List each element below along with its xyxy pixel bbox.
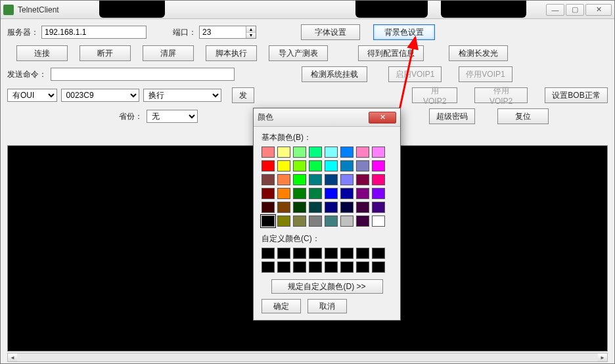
check-mount-button[interactable]: 检测系统挂载 — [302, 66, 367, 82]
send-button[interactable]: 发 — [232, 87, 254, 103]
color-swatch[interactable] — [293, 147, 306, 158]
horizontal-scrollbar[interactable]: ◄ ► — [7, 353, 608, 362]
custom-swatch[interactable] — [293, 262, 306, 273]
color-swatch[interactable] — [372, 216, 385, 227]
color-swatch[interactable] — [262, 174, 275, 185]
color-swatch[interactable] — [277, 174, 290, 185]
font-settings-button[interactable]: 字体设置 — [301, 24, 360, 40]
custom-swatch[interactable] — [277, 262, 290, 273]
color-swatch[interactable] — [340, 160, 353, 171]
super-password-button[interactable]: 超级密码 — [429, 108, 475, 124]
disable-voip2-button[interactable]: 停用VOIP2 — [474, 87, 528, 103]
color-swatch[interactable] — [293, 216, 306, 227]
color-swatch[interactable] — [372, 160, 385, 171]
connect-button[interactable]: 连接 — [16, 45, 68, 61]
custom-swatch[interactable] — [340, 262, 353, 273]
server-input[interactable] — [41, 26, 147, 39]
custom-swatch[interactable] — [293, 248, 306, 259]
color-swatch[interactable] — [340, 147, 353, 158]
disconnect-button[interactable]: 断开 — [80, 45, 131, 61]
province-select[interactable]: 无 — [147, 110, 198, 123]
port-input[interactable] — [200, 26, 246, 38]
color-swatch[interactable] — [262, 188, 275, 199]
bgcolor-settings-button[interactable]: 背景色设置 — [373, 24, 435, 40]
color-swatch[interactable] — [309, 160, 322, 171]
color-swatch[interactable] — [293, 188, 306, 199]
color-swatch[interactable] — [356, 147, 369, 158]
color-swatch[interactable] — [309, 174, 322, 185]
custom-swatch[interactable] — [262, 248, 275, 259]
restore-button[interactable]: ▢ — [566, 4, 584, 16]
color-swatch[interactable] — [372, 188, 385, 199]
custom-swatch[interactable] — [309, 248, 322, 259]
clear-button[interactable]: 清屏 — [143, 45, 194, 61]
custom-swatch[interactable] — [340, 248, 353, 259]
get-config-button[interactable]: 得到配置信息 — [358, 45, 424, 61]
custom-swatch[interactable] — [372, 248, 385, 259]
reset-button[interactable]: 复位 — [497, 108, 549, 124]
enable-voip1-button[interactable]: 启用VOIP1 — [388, 66, 442, 82]
custom-swatch[interactable] — [309, 262, 322, 273]
disable-voip1-button[interactable]: 停用VOIP1 — [459, 66, 512, 82]
close-button[interactable]: ✕ — [585, 4, 612, 16]
mac-select[interactable]: 0023C9 — [61, 89, 139, 102]
custom-swatch[interactable] — [325, 248, 338, 259]
color-swatch[interactable] — [293, 202, 306, 213]
color-swatch[interactable] — [325, 202, 338, 213]
color-swatch[interactable] — [309, 188, 322, 199]
scroll-left-icon[interactable]: ◄ — [8, 353, 17, 361]
color-swatch[interactable] — [356, 216, 369, 227]
color-swatch[interactable] — [356, 202, 369, 213]
spin-down-icon[interactable]: ▼ — [246, 33, 256, 39]
color-swatch[interactable] — [325, 174, 338, 185]
color-swatch[interactable] — [372, 202, 385, 213]
color-swatch[interactable] — [340, 188, 353, 199]
set-bob-button[interactable]: 设置BOB正常 — [545, 87, 608, 103]
color-swatch[interactable] — [309, 202, 322, 213]
color-swatch[interactable] — [293, 160, 306, 171]
minimize-button[interactable]: — — [546, 4, 564, 16]
ok-button[interactable]: 确定 — [262, 299, 301, 313]
custom-swatch[interactable] — [262, 262, 275, 273]
color-swatch[interactable] — [277, 202, 290, 213]
color-swatch[interactable] — [356, 188, 369, 199]
oui-select[interactable]: 有OUI — [7, 89, 57, 102]
color-swatch[interactable] — [372, 174, 385, 185]
custom-swatch[interactable] — [325, 262, 338, 273]
color-swatch[interactable] — [309, 216, 322, 227]
color-swatch[interactable] — [277, 147, 290, 158]
color-swatch[interactable] — [356, 174, 369, 185]
color-swatch[interactable] — [340, 174, 353, 185]
check-laser-button[interactable]: 检测长发光 — [449, 45, 508, 61]
color-swatch[interactable] — [277, 160, 290, 171]
color-swatch[interactable] — [262, 202, 275, 213]
color-swatch[interactable] — [262, 160, 275, 171]
color-swatch[interactable] — [325, 188, 338, 199]
send-command-input[interactable] — [51, 68, 235, 81]
custom-swatch[interactable] — [277, 248, 290, 259]
color-swatch[interactable] — [325, 147, 338, 158]
color-swatch[interactable] — [356, 160, 369, 171]
color-swatch[interactable] — [325, 216, 338, 227]
port-spinner[interactable]: ▲▼ — [199, 26, 256, 39]
color-swatch[interactable] — [293, 174, 306, 185]
color-swatch[interactable] — [372, 147, 385, 158]
color-swatch[interactable] — [309, 147, 322, 158]
color-swatch[interactable] — [262, 216, 275, 227]
import-test-button[interactable]: 导入产测表 — [269, 45, 328, 61]
color-swatch[interactable] — [262, 147, 275, 158]
color-swatch[interactable] — [325, 160, 338, 171]
script-button[interactable]: 脚本执行 — [206, 45, 257, 61]
define-custom-color-button[interactable]: 规定自定义颜色(D) >> — [271, 279, 383, 294]
color-swatch[interactable] — [340, 216, 353, 227]
wrap-select[interactable]: 换行 — [143, 89, 221, 102]
color-swatch[interactable] — [340, 202, 353, 213]
cancel-button[interactable]: 取消 — [308, 299, 347, 313]
dialog-titlebar[interactable]: 颜色 ✕ — [254, 108, 400, 127]
color-swatch[interactable] — [277, 188, 290, 199]
custom-swatch[interactable] — [372, 262, 385, 273]
spin-up-icon[interactable]: ▲ — [246, 26, 256, 33]
custom-swatch[interactable] — [356, 248, 369, 259]
enable-voip2-button[interactable]: 用VOIP2 — [412, 87, 457, 103]
custom-swatch[interactable] — [356, 262, 369, 273]
